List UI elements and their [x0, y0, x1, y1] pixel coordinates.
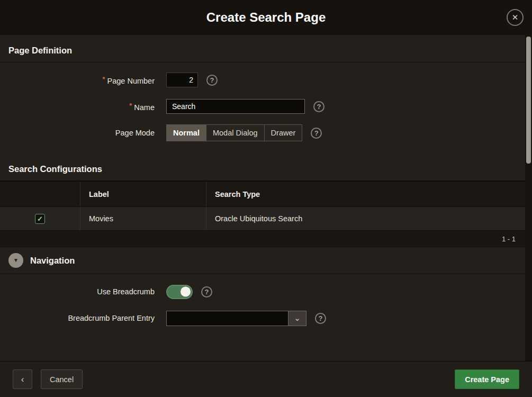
search-configurations-table: Label Search Type ✓ Movies Oracle Ubiqui… — [0, 181, 525, 247]
name-label: *Name — [0, 102, 155, 112]
page-definition-form: *Page Number ? *Name ? Page Mode — [0, 62, 525, 154]
page-mode-label: Page Mode — [0, 129, 155, 137]
create-search-page-dialog: Create Search Page ✕ Page Definition *Pa… — [0, 0, 532, 397]
question-mark-icon: ? — [317, 103, 321, 111]
scrollbar-thumb[interactable] — [526, 37, 531, 164]
search-type-column-header: Search Type — [206, 182, 525, 206]
table-header-row: Label Search Type — [0, 182, 525, 207]
breadcrumb-parent-entry-row: Breadcrumb Parent Entry ⌄ ? — [0, 305, 525, 331]
triangle-down-icon: ▼ — [13, 258, 19, 263]
use-breadcrumb-toggle[interactable] — [166, 285, 193, 299]
dialog-body: Page Definition *Page Number ? *Name ? — [0, 35, 525, 361]
page-number-row: *Page Number ? — [0, 67, 525, 93]
required-marker: * — [102, 75, 105, 83]
required-marker: * — [129, 102, 132, 110]
breadcrumb-parent-entry-label: Breadcrumb Parent Entry — [0, 314, 155, 322]
help-icon[interactable]: ? — [201, 286, 212, 297]
help-icon[interactable]: ? — [313, 101, 324, 112]
use-breadcrumb-row: Use Breadcrumb ? — [0, 278, 525, 305]
use-breadcrumb-label: Use Breadcrumb — [0, 287, 155, 296]
question-mark-icon: ? — [210, 76, 214, 84]
create-page-button[interactable]: Create Page — [455, 369, 519, 389]
row-select-cell: ✓ — [0, 207, 80, 230]
chevron-left-icon: ‹ — [21, 374, 24, 385]
question-mark-icon: ? — [314, 129, 319, 137]
breadcrumb-parent-entry-select[interactable]: ⌄ — [166, 311, 306, 326]
page-mode-row: Page Mode Normal Modal Dialog Drawer ? — [0, 120, 525, 146]
chevron-down-icon: ⌄ — [294, 313, 301, 323]
help-icon[interactable]: ? — [311, 128, 322, 139]
row-search-type-cell: Oracle Ubiquitous Search — [206, 207, 525, 230]
dialog-header: Create Search Page ✕ — [0, 0, 532, 35]
row-label-cell: Movies — [80, 207, 206, 230]
section-heading-navigation: Navigation — [30, 256, 75, 266]
navigation-form: Use Breadcrumb ? Breadcrumb Parent Entry… — [0, 274, 525, 339]
page-number-label: *Page Number — [0, 75, 155, 85]
dialog-footer: ‹ Cancel Create Page — [0, 361, 532, 397]
section-heading-page-definition: Page Definition — [0, 35, 525, 62]
checkmark-icon: ✓ — [37, 215, 43, 223]
dialog-title: Create Search Page — [206, 10, 326, 25]
pagination-label: 1 - 1 — [0, 231, 525, 247]
select-chevron-button[interactable]: ⌄ — [288, 311, 306, 326]
label-column-header: Label — [80, 182, 206, 206]
row-checkbox[interactable]: ✓ — [35, 214, 45, 224]
navigation-section-header: ▼ Navigation — [0, 247, 525, 274]
question-mark-icon: ? — [319, 314, 323, 322]
select-column-header — [0, 182, 80, 206]
help-icon[interactable]: ? — [315, 313, 326, 324]
previous-button[interactable]: ‹ — [13, 369, 32, 389]
name-input[interactable] — [166, 99, 305, 114]
close-button[interactable]: ✕ — [507, 9, 524, 26]
help-icon[interactable]: ? — [206, 75, 218, 86]
cancel-button[interactable]: Cancel — [41, 369, 83, 389]
page-mode-modal-dialog-button[interactable]: Modal Dialog — [206, 125, 265, 141]
vertical-scrollbar[interactable] — [525, 35, 532, 361]
page-mode-normal-button[interactable]: Normal — [167, 125, 206, 141]
select-value — [167, 311, 288, 326]
close-icon: ✕ — [512, 13, 519, 22]
page-number-input[interactable] — [166, 73, 198, 87]
question-mark-icon: ? — [205, 288, 209, 296]
table-row: ✓ Movies Oracle Ubiquitous Search — [0, 207, 525, 231]
page-mode-drawer-button[interactable]: Drawer — [265, 125, 302, 141]
page-mode-button-group: Normal Modal Dialog Drawer — [166, 124, 302, 141]
section-heading-search-configurations: Search Configurations — [0, 154, 525, 181]
name-row: *Name ? — [0, 93, 525, 120]
toggle-knob — [181, 287, 191, 297]
navigation-collapse-button[interactable]: ▼ — [8, 253, 23, 268]
